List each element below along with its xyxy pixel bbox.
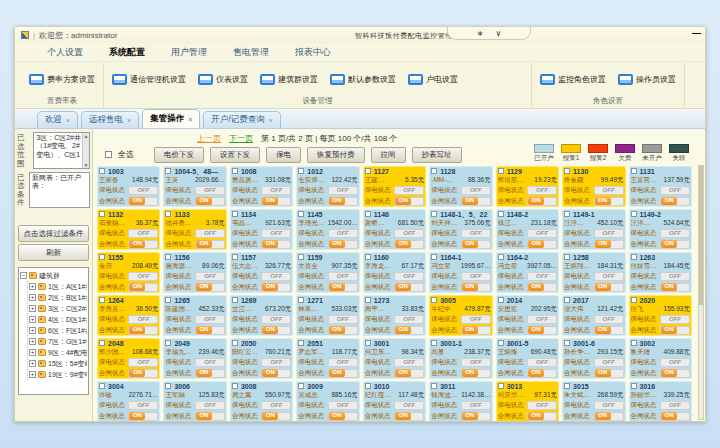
tree-item[interactable]: + 4区：D区1#井（ (29, 314, 87, 325)
supply-status-toggle[interactable]: OFF (594, 186, 624, 195)
switch-status-toggle[interactable]: ON (261, 412, 291, 421)
room-card[interactable]: 3001-5 王炳搀 690.48元 保电状态 OFF (496, 338, 559, 379)
room-card[interactable]: 1159 文喜全 907.35元 保电状态 OFF (296, 252, 359, 293)
switch-status-toggle[interactable]: ON (527, 326, 557, 335)
room-checkbox[interactable] (498, 168, 504, 174)
room-card[interactable]: 2050 阳红云… 760.21元 保电状态 OFF (230, 338, 293, 379)
supply-status-toggle[interactable]: OFF (594, 272, 624, 281)
supply-status-toggle[interactable]: OFF (195, 401, 225, 410)
switch-status-toggle[interactable]: ON (660, 369, 690, 378)
room-checkbox[interactable] (564, 383, 570, 389)
switch-status-toggle[interactable]: ON (594, 412, 624, 421)
room-checkbox[interactable] (631, 211, 637, 217)
collapse-icon[interactable]: − (20, 272, 27, 279)
switch-status-toggle[interactable]: ON (128, 412, 158, 421)
switch-status-toggle[interactable]: ON (195, 283, 225, 292)
room-card[interactable]: 3015 朱文斌… 268.59元 保电状态 OFF (562, 381, 625, 422)
supply-status-toggle[interactable]: OFF (328, 358, 358, 367)
room-checkbox[interactable] (631, 383, 637, 389)
room-checkbox[interactable] (165, 340, 171, 346)
selected-cond-listbox[interactable]: 新网表：已开户表： (29, 172, 90, 209)
building-tree[interactable]: − 建筑群 + 1区：A区1#井 + (18, 267, 89, 395)
document-tab[interactable]: 开户/记费查询 × (203, 111, 280, 128)
switch-status-toggle[interactable]: ON (195, 326, 225, 335)
room-checkbox[interactable] (99, 297, 105, 303)
tree-item[interactable]: + 1区：A区1#井 (29, 281, 87, 292)
supply-status-toggle[interactable]: OFF (328, 186, 358, 195)
room-card[interactable]: 1008 曹品居… 331.08元 保电状态 OFF (230, 166, 293, 207)
ribbon-button[interactable]: 操作员设置 (618, 74, 676, 85)
room-card[interactable]: 1258 王炳翔… 184.31元 保电状态 OFF (562, 252, 625, 293)
supply-status-toggle[interactable]: OFF (660, 401, 690, 410)
switch-status-toggle[interactable]: ON (527, 283, 557, 292)
supply-status-toggle[interactable]: OFF (461, 272, 491, 281)
prev-page-link[interactable]: 上一页 (197, 133, 221, 144)
supply-status-toggle[interactable]: OFF (261, 358, 291, 367)
supply-status-toggle[interactable]: OFF (128, 401, 158, 410)
room-card[interactable]: 3002 鲁天雄 409.88元 保电状态 OFF (629, 338, 692, 379)
room-checkbox[interactable] (99, 168, 105, 174)
room-card[interactable]: 1269 立江… 673.20元 保电状态 OFF (230, 295, 293, 336)
supply-status-toggle[interactable]: OFF (261, 401, 291, 410)
room-checkbox[interactable] (631, 254, 637, 260)
room-card[interactable]: 1148-1、5、22 刘天祥… 375.06元 保电状态 OFF (429, 209, 492, 250)
tree-item[interactable]: + 3区：C区2#井（1 (29, 303, 87, 314)
scroll-down-icon[interactable]: ▼ (84, 162, 89, 168)
tab-close-icon[interactable]: × (66, 117, 70, 124)
ribbon-button[interactable]: 默认参数设置 (330, 74, 396, 85)
switch-status-toggle[interactable]: ON (461, 240, 491, 249)
refresh-button[interactable]: 刷新 (18, 244, 89, 261)
room-checkbox[interactable] (564, 340, 570, 346)
switch-status-toggle[interactable]: ON (394, 283, 424, 292)
room-card[interactable]: 1128 -MM-… 88.36元 保电状态 OFF (429, 166, 492, 207)
room-card[interactable]: 1127 王建… 5.35元 保电状态 OFF (363, 166, 426, 207)
room-checkbox[interactable] (232, 254, 238, 260)
select-all-checkbox[interactable] (105, 151, 112, 158)
room-checkbox[interactable] (564, 254, 570, 260)
room-checkbox[interactable] (165, 168, 171, 174)
room-checkbox[interactable] (298, 211, 304, 217)
menu-item[interactable]: 用户管理 (171, 46, 207, 59)
room-card[interactable]: 1264 李秀英… 36.50元 保电状态 OFF (97, 295, 160, 336)
room-card[interactable]: 1157 伍大志… 326.77元 保电状态 OFF (230, 252, 293, 293)
room-card[interactable]: 2048 郑少国… 108.68元 保电状态 OFF (97, 338, 160, 379)
room-checkbox[interactable] (431, 297, 437, 303)
room-card[interactable]: 2049 李瑞九… 239.46元 保电状态 OFF (163, 338, 226, 379)
room-checkbox[interactable] (498, 383, 504, 389)
supply-status-toggle[interactable]: OFF (261, 229, 291, 238)
room-card[interactable]: 1004-5、48— 王英 2029.66… 保电状态 OFF (163, 166, 226, 207)
switch-status-toggle[interactable]: ON (660, 240, 690, 249)
room-card[interactable]: 3001 何卫东… 98.34元 保电状态 OFF (363, 338, 426, 379)
supply-status-toggle[interactable]: OFF (195, 358, 225, 367)
supply-status-toggle[interactable]: OFF (195, 229, 225, 238)
supply-status-toggle[interactable]: OFF (594, 229, 624, 238)
room-checkbox[interactable] (365, 340, 371, 346)
supply-status-toggle[interactable]: OFF (527, 186, 557, 195)
room-card[interactable]: 1003 王家春 148.94元 保电状态 OFF (97, 166, 160, 207)
room-card[interactable]: 1155 金日 208.49元 保电状态 OFF (97, 252, 160, 293)
tree-root[interactable]: − 建筑群 (20, 270, 87, 281)
room-checkbox[interactable] (99, 383, 105, 389)
tree-item[interactable]: + 19区：9#变电站 (29, 369, 87, 380)
supply-status-toggle[interactable]: OFF (261, 272, 291, 281)
supply-status-toggle[interactable]: OFF (394, 358, 424, 367)
room-checkbox[interactable] (99, 340, 105, 346)
action-button[interactable]: 电价下发 (154, 147, 204, 163)
ribbon-button[interactable]: 建筑群设置 (260, 74, 318, 85)
grid-scrollbar[interactable] (698, 165, 704, 420)
tree-item[interactable]: + 9区：4#配电井（ (29, 347, 87, 358)
alarm-ticker-pill[interactable]: ∗ ∨ (447, 27, 531, 40)
tab-close-icon[interactable]: × (188, 116, 192, 123)
room-checkbox[interactable] (564, 211, 570, 217)
supply-status-toggle[interactable]: OFF (261, 186, 291, 195)
next-page-link[interactable]: 下一页 (229, 133, 253, 144)
room-checkbox[interactable] (298, 297, 304, 303)
switch-status-toggle[interactable]: ON (261, 197, 291, 206)
room-checkbox[interactable] (232, 383, 238, 389)
room-card[interactable]: 2020 佳飞 155.93元 保电状态 OFF (629, 295, 692, 336)
supply-status-toggle[interactable]: OFF (394, 186, 424, 195)
tree-item[interactable]: + 7区：G区1#井 (29, 336, 87, 347)
action-button[interactable]: 拉闸 (371, 147, 406, 163)
room-card[interactable]: 1134 韦晶… 921.63元 保电状态 OFF (230, 209, 293, 250)
document-tab[interactable]: 集管操作 × (142, 109, 200, 128)
